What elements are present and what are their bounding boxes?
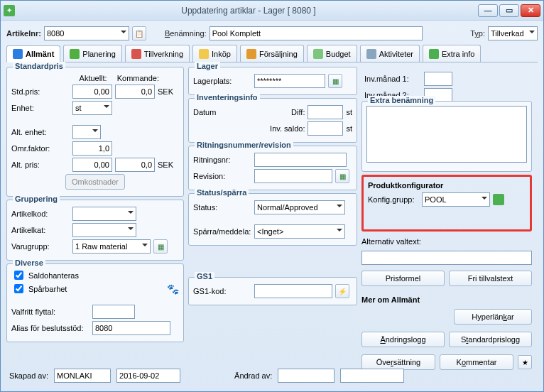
status-value: Normal/Approved: [257, 203, 318, 212]
extra-ben-title: Extra benämning: [368, 96, 435, 104]
konfig-grupp-value: POOL: [425, 195, 447, 204]
diverse-title: Diverse: [13, 258, 45, 267]
tab-inkop[interactable]: Inköp: [192, 45, 237, 62]
prisformel-button[interactable]: Prisformel: [361, 271, 445, 286]
maximize-button[interactable]: ▭: [499, 4, 519, 17]
gs1-gen-icon[interactable]: ⚡: [335, 284, 349, 298]
andring-button[interactable]: Ändringslogg: [361, 332, 445, 347]
konfig-icon[interactable]: [493, 194, 504, 205]
group-inventering: Inventeringsinfo DatumDiff:st Inv. saldo…: [188, 98, 357, 143]
status-title: Status/spärra: [195, 188, 249, 197]
konfig-grupp-combo[interactable]: POOL: [422, 192, 490, 207]
spar-checkbox[interactable]: [14, 284, 23, 293]
invsaldo-input[interactable]: [308, 121, 343, 136]
omkostnader-button[interactable]: Omkostnader: [65, 174, 125, 190]
stdpris-aktuellt-input[interactable]: [72, 85, 112, 99]
tab-tillverkning-label: Tillverkning: [144, 50, 183, 58]
gs1-title: GS1: [195, 272, 214, 281]
varugrupp-label: Varugrupp:: [11, 242, 70, 251]
varugrupp-combo[interactable]: 1 Raw material: [72, 239, 151, 254]
tab-bar: Allmänt Planering Tillverkning Inköp För…: [6, 45, 538, 62]
artikelnr-value: 8080: [47, 29, 64, 38]
invman1-label: Inv.månad 1:: [364, 75, 421, 83]
altval-input[interactable]: [361, 251, 532, 265]
group-gs1: GS1 GS1-kod:⚡: [188, 277, 357, 305]
sek-label-2: SEK: [158, 160, 173, 169]
sparra-value: <Inget>: [257, 227, 283, 236]
kommentar-button[interactable]: Kommentar: [440, 354, 513, 370]
gruppering-title: Gruppering: [13, 195, 60, 203]
varugrupp-value: 1 Raw material: [75, 242, 127, 251]
enhet-value: st: [75, 104, 82, 112]
tab-budget[interactable]: Budget: [307, 45, 357, 62]
group-lager: Lager Lagerplats:▦: [188, 67, 357, 95]
artikelkat-label: Artikelkat:: [11, 226, 70, 234]
tab-forsaljning[interactable]: Försäljning: [240, 45, 304, 62]
status-label: Status:: [193, 203, 251, 212]
tab-allmant-label: Allmänt: [26, 50, 54, 58]
lagerplats-label: Lagerplats:: [193, 77, 251, 85]
saldo-checkbox[interactable]: [14, 271, 23, 280]
titlebar: ✦ Uppdatering artiklar - Lager [ 8080 ] …: [1, 1, 543, 21]
diff-label: Diff:: [291, 108, 305, 116]
tab-inkop-label: Inköp: [212, 50, 231, 58]
ritningsnr-input[interactable]: [254, 153, 347, 167]
konfig-title: Produktkonfigurator: [368, 181, 526, 190]
oversatt-button[interactable]: Översättning: [361, 354, 435, 370]
tab-planering-label: Planering: [82, 50, 115, 58]
footer: Skapad av: Ändrad av:: [9, 369, 535, 383]
sparra-combo[interactable]: <Inget>: [254, 224, 345, 239]
typ-combo[interactable]: Tillverkad: [488, 26, 538, 40]
altpris-aktuellt-input[interactable]: [72, 158, 112, 172]
hyper-button[interactable]: Hyperlänkar: [454, 309, 532, 325]
copy-icon[interactable]: 📋: [132, 26, 146, 40]
benamning-input[interactable]: [210, 26, 423, 40]
revision-input[interactable]: [254, 169, 332, 183]
status-combo[interactable]: Normal/Approved: [254, 200, 345, 214]
tab-aktiviteter-label: Aktiviteter: [379, 50, 413, 58]
tab-planering[interactable]: Planering: [63, 45, 121, 62]
stdpris-kommande-input[interactable]: [115, 85, 155, 99]
minimize-button[interactable]: —: [478, 4, 498, 17]
enhet-combo[interactable]: st: [72, 101, 112, 115]
gs1-input[interactable]: [254, 284, 332, 298]
varugrupp-add-icon[interactable]: ▦: [153, 239, 168, 254]
artikelnr-combo[interactable]: 8080: [44, 26, 129, 40]
kommentar-star-icon[interactable]: ★: [518, 355, 532, 369]
stdlogg-button[interactable]: Standardprislogg: [449, 332, 532, 347]
andrad-date: [340, 369, 404, 383]
lagerplats-pick-icon[interactable]: ▦: [328, 74, 342, 88]
artikelkod-combo[interactable]: [72, 207, 136, 221]
close-button[interactable]: ✕: [521, 4, 540, 17]
spar-label: Spårbarhet: [28, 285, 67, 293]
altpris-label: Alt. pris:: [11, 160, 70, 169]
ritningsnr-label: Ritningsnr:: [193, 156, 251, 164]
group-ritning: Ritningsnummer/revision Ritningsnr: Revi…: [188, 146, 357, 190]
sek-label-1: SEK: [158, 87, 173, 96]
valfritt-input[interactable]: [92, 305, 135, 319]
invman1-input[interactable]: [424, 72, 452, 86]
tab-tillverkning[interactable]: Tillverkning: [125, 45, 190, 62]
fritillval-button[interactable]: Fri tillvalstext: [449, 271, 532, 286]
datum-label: Datum: [193, 108, 224, 116]
ritning-title: Ritningsnummer/revision: [195, 141, 293, 149]
alt-enhet-label: Alt. enhet:: [11, 128, 70, 136]
lagerplats-input[interactable]: [254, 74, 325, 88]
altval-label: Alternativ valtext:: [361, 237, 421, 246]
tab-allmant[interactable]: Allmänt: [6, 45, 60, 62]
alias-input[interactable]: [92, 321, 170, 335]
alt-enhet-combo[interactable]: [72, 125, 101, 139]
diff-input[interactable]: [308, 105, 343, 119]
altpris-kommande-input[interactable]: [115, 158, 155, 172]
omr-input[interactable]: [72, 141, 112, 156]
artikelkat-combo[interactable]: [72, 223, 136, 237]
group-status: Status/spärra Status:Normal/Approved Spä…: [188, 193, 357, 246]
tab-extra[interactable]: Extra info: [423, 45, 481, 62]
artikelkod-label: Artikelkod:: [11, 209, 70, 218]
extra-ben-text[interactable]: [366, 106, 527, 163]
paw-icon[interactable]: 🐾: [167, 283, 179, 295]
skapad-user: [54, 369, 111, 383]
revision-pick-icon[interactable]: ▦: [335, 169, 349, 183]
group-standardpris: Standardpris Aktuellt: Kommande: Std.pri…: [6, 67, 184, 197]
tab-aktiviteter[interactable]: Aktiviteter: [360, 45, 420, 62]
